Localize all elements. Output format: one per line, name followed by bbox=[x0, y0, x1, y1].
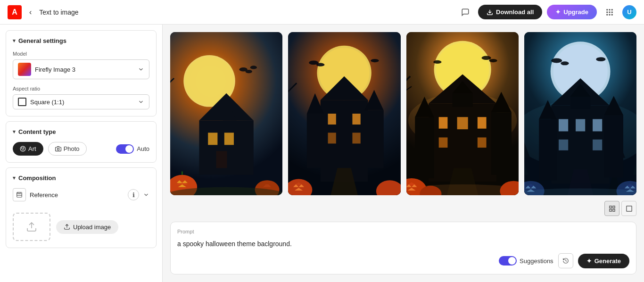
svg-rect-5 bbox=[609, 11, 611, 13]
svg-rect-139 bbox=[593, 140, 602, 150]
svg-rect-159 bbox=[612, 206, 614, 207]
model-thumbnail bbox=[18, 63, 31, 76]
upgrade-button[interactable]: ✦ Upgrade bbox=[547, 5, 597, 19]
svg-rect-57 bbox=[353, 114, 361, 124]
model-label: Model bbox=[13, 51, 149, 57]
model-selector[interactable]: Firefly Image 3 bbox=[13, 59, 149, 79]
svg-rect-56 bbox=[328, 114, 336, 124]
image-card-1[interactable] bbox=[170, 32, 282, 195]
grid-view-button[interactable] bbox=[604, 201, 619, 216]
chevron-down-icon-3: ▾ bbox=[13, 175, 16, 181]
photo-button[interactable]: Photo bbox=[48, 142, 87, 156]
single-view-icon bbox=[626, 205, 633, 212]
svg-point-154 bbox=[551, 58, 562, 63]
svg-rect-52 bbox=[365, 110, 384, 168]
svg-rect-24 bbox=[208, 133, 217, 145]
image-card-4[interactable] bbox=[524, 32, 636, 195]
auto-toggle[interactable] bbox=[116, 144, 134, 154]
adobe-logo: A bbox=[8, 5, 22, 19]
topbar-right: Download all ✦ Upgrade U bbox=[457, 4, 636, 20]
svg-rect-83 bbox=[415, 117, 434, 178]
general-settings-header[interactable]: ▾ General settings bbox=[13, 37, 149, 44]
svg-rect-4 bbox=[606, 11, 608, 13]
page-title: Text to image bbox=[39, 8, 452, 16]
aspect-ratio-value: Square (1:1) bbox=[30, 99, 64, 106]
download-all-button[interactable]: Download all bbox=[478, 5, 542, 19]
svg-point-114 bbox=[489, 59, 497, 62]
svg-point-115 bbox=[433, 60, 441, 64]
apps-grid-icon bbox=[605, 8, 614, 17]
prompt-area: Prompt a spooky halloween theme baclgrou… bbox=[170, 222, 636, 274]
svg-rect-137 bbox=[593, 119, 602, 132]
upload-drop-area[interactable] bbox=[13, 213, 50, 241]
svg-point-11 bbox=[22, 148, 23, 149]
svg-rect-160 bbox=[609, 209, 611, 211]
svg-point-45 bbox=[245, 70, 252, 73]
svg-rect-9 bbox=[611, 14, 613, 15]
upload-icon bbox=[64, 224, 70, 230]
reference-row: Reference ℹ bbox=[13, 188, 149, 201]
view-controls bbox=[170, 201, 636, 216]
topbar: A ‹ Text to image Download all ✦ Upgrade bbox=[0, 0, 644, 25]
svg-point-12 bbox=[23, 148, 24, 149]
svg-rect-138 bbox=[559, 140, 568, 150]
upload-image-button[interactable]: Upload image bbox=[56, 220, 118, 234]
svg-rect-92 bbox=[438, 137, 447, 148]
art-button[interactable]: Art bbox=[13, 142, 43, 156]
svg-point-157 bbox=[524, 189, 636, 195]
composition-panel: ▾ Composition Reference ℹ bbox=[6, 167, 157, 248]
aspect-ratio-selector[interactable]: Square (1:1) bbox=[13, 94, 149, 109]
reference-label: Reference bbox=[30, 191, 58, 199]
svg-rect-2 bbox=[609, 9, 611, 10]
general-settings-panel: ▾ General settings Model Firefly Image 3… bbox=[6, 30, 157, 116]
grid-view-icon bbox=[609, 205, 616, 212]
svg-rect-6 bbox=[611, 11, 613, 13]
content-area: Prompt a spooky halloween theme baclgrou… bbox=[163, 25, 644, 282]
content-type-header[interactable]: ▾ Content type bbox=[13, 128, 149, 135]
chevron-down-icon-2: ▾ bbox=[13, 129, 16, 135]
auto-toggle-row: Auto bbox=[116, 144, 149, 154]
main-layout: ▾ General settings Model Firefly Image 3… bbox=[0, 25, 644, 282]
aspect-ratio-label: Aspect ratio bbox=[13, 86, 149, 91]
prompt-text[interactable]: a spooky halloween theme baclground. bbox=[177, 240, 629, 248]
upgrade-star-icon: ✦ bbox=[555, 8, 561, 16]
svg-rect-130 bbox=[604, 115, 623, 178]
image-card-3[interactable] bbox=[406, 32, 519, 195]
history-button[interactable] bbox=[558, 253, 573, 268]
suggestions-toggle[interactable] bbox=[499, 256, 517, 265]
content-type-row: Art Photo Auto bbox=[13, 142, 149, 156]
svg-point-77 bbox=[371, 59, 379, 62]
sidebar: ▾ General settings Model Firefly Image 3… bbox=[0, 25, 163, 282]
feedback-button[interactable] bbox=[457, 4, 473, 20]
back-button[interactable]: ‹ bbox=[27, 6, 33, 18]
svg-point-113 bbox=[481, 56, 491, 60]
single-view-button[interactable] bbox=[621, 201, 636, 216]
halloween-image-1 bbox=[170, 32, 282, 195]
generate-button[interactable]: ✦ Generate bbox=[578, 254, 629, 268]
svg-rect-129 bbox=[539, 119, 556, 181]
image-card-2[interactable] bbox=[288, 32, 400, 195]
halloween-image-3 bbox=[406, 32, 519, 195]
apps-button[interactable] bbox=[602, 4, 618, 20]
square-aspect-icon bbox=[18, 98, 26, 106]
svg-rect-8 bbox=[609, 14, 611, 15]
svg-rect-161 bbox=[612, 209, 614, 211]
svg-point-13 bbox=[57, 148, 59, 150]
svg-rect-59 bbox=[353, 133, 361, 143]
feedback-icon bbox=[461, 8, 470, 17]
model-chevron-icon bbox=[138, 66, 144, 73]
svg-rect-3 bbox=[611, 9, 613, 10]
reference-icon bbox=[13, 188, 26, 201]
avatar[interactable]: U bbox=[622, 5, 636, 19]
svg-rect-7 bbox=[606, 14, 608, 15]
reference-info-button[interactable]: ℹ bbox=[128, 189, 139, 200]
history-icon bbox=[562, 257, 569, 264]
svg-point-46 bbox=[250, 66, 257, 69]
composition-header[interactable]: ▾ Composition bbox=[13, 174, 149, 182]
chevron-down-icon: ▾ bbox=[13, 38, 16, 44]
svg-rect-88 bbox=[452, 93, 472, 107]
model-name: Firefly Image 3 bbox=[35, 66, 75, 73]
content-type-panel: ▾ Content type Art Photo bbox=[6, 121, 157, 163]
svg-point-10 bbox=[20, 146, 25, 151]
svg-rect-84 bbox=[491, 112, 511, 175]
